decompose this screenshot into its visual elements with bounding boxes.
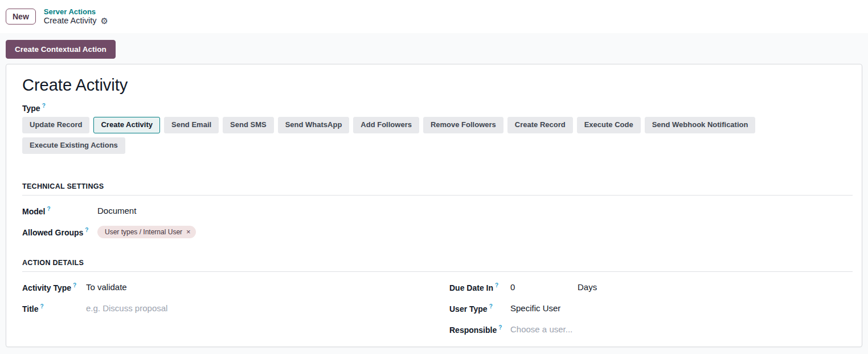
type-option-execute-code[interactable]: Execute Code <box>577 117 641 133</box>
breadcrumb-parent-link[interactable]: Server Actions <box>44 7 108 17</box>
type-option-create-activity[interactable]: Create Activity <box>93 117 160 133</box>
allowed-groups-label: Allowed Groups? <box>22 227 97 237</box>
type-selector: Update RecordCreate ActivitySend EmailSe… <box>22 117 853 154</box>
user-type-field[interactable] <box>510 303 693 313</box>
breadcrumb-trail: Server Actions Create Activity ⚙ <box>44 7 108 26</box>
status-badge-new: New <box>6 9 36 25</box>
type-option-create-record[interactable]: Create Record <box>507 117 573 133</box>
user-type-field-row: User Type? <box>449 302 853 315</box>
help-icon-title[interactable]: ? <box>40 303 44 310</box>
title-field[interactable] <box>86 303 268 313</box>
remove-tag-icon[interactable]: × <box>186 228 191 235</box>
type-option-send-whatsapp[interactable]: Send WhatsApp <box>278 117 350 133</box>
section-heading-technical-settings: TECHNICAL SETTINGS <box>22 182 853 196</box>
type-option-send-webhook-notification[interactable]: Send Webhook Notification <box>645 117 756 133</box>
help-icon-due-date-in[interactable]: ? <box>495 282 498 288</box>
section-technical-settings: TECHNICAL SETTINGS Model? Allowed Groups… <box>22 182 853 238</box>
type-option-update-record[interactable]: Update Record <box>22 117 89 133</box>
due-date-in-field-row: Due Date In? Days <box>449 281 853 294</box>
type-option-send-email[interactable]: Send Email <box>164 117 219 133</box>
type-option-add-followers[interactable]: Add Followers <box>353 117 419 133</box>
responsible-field-row: Responsible? <box>449 323 853 336</box>
breadcrumb: New Server Actions Create Activity ⚙ <box>0 0 868 33</box>
action-details-right-column: Due Date In? Days User Type? Responsible… <box>449 281 853 344</box>
allowed-groups-tag[interactable]: User types / Internal User × <box>97 226 196 238</box>
help-icon-model[interactable]: ? <box>47 206 50 212</box>
help-icon-type[interactable]: ? <box>42 103 46 109</box>
action-details-left-column: Activity Type? Title? <box>22 281 449 344</box>
activity-type-field-row: Activity Type? <box>22 281 449 294</box>
gear-icon[interactable]: ⚙ <box>100 17 108 25</box>
due-date-in-label: Due Date In? <box>449 282 510 292</box>
content-area: Create Contextual Action Create Activity… <box>0 33 868 347</box>
user-type-label: User Type? <box>449 303 510 314</box>
type-label: Type <box>22 104 40 113</box>
form-sheet: Create Activity Type? Update RecordCreat… <box>6 64 862 347</box>
allowed-groups-field-row: Allowed Groups? User types / Internal Us… <box>22 226 853 238</box>
action-details-grid: Activity Type? Title? Due Date In? Days <box>22 281 853 344</box>
type-option-remove-followers[interactable]: Remove Followers <box>423 117 503 133</box>
help-icon-activity-type[interactable]: ? <box>73 282 76 288</box>
page-title: Create Activity <box>22 76 853 95</box>
section-heading-action-details: ACTION DETAILS <box>22 259 853 272</box>
help-icon-allowed-groups[interactable]: ? <box>85 227 88 233</box>
activity-type-field[interactable] <box>86 282 268 292</box>
section-action-details: ACTION DETAILS Activity Type? Title? <box>22 259 853 347</box>
responsible-field[interactable] <box>510 324 693 334</box>
due-date-in-field[interactable] <box>510 282 573 292</box>
type-field-label-row: Type? <box>22 103 853 113</box>
model-label: Model? <box>22 206 97 216</box>
type-option-send-sms[interactable]: Send SMS <box>223 117 274 133</box>
title-field-row: Title? <box>22 302 449 315</box>
title-label: Title? <box>22 303 86 314</box>
type-option-execute-existing-actions[interactable]: Execute Existing Actions <box>22 137 125 154</box>
due-date-unit-label: Days <box>578 282 597 292</box>
create-contextual-action-button[interactable]: Create Contextual Action <box>6 40 116 59</box>
model-field[interactable] <box>97 206 280 215</box>
model-field-row: Model? <box>22 205 853 217</box>
responsible-label: Responsible? <box>449 324 510 335</box>
tag-label: User types / Internal User <box>105 228 182 236</box>
breadcrumb-current: Create Activity <box>44 16 97 26</box>
help-icon-user-type[interactable]: ? <box>489 303 493 310</box>
help-icon-responsible[interactable]: ? <box>498 324 502 331</box>
activity-type-label: Activity Type? <box>22 282 86 292</box>
